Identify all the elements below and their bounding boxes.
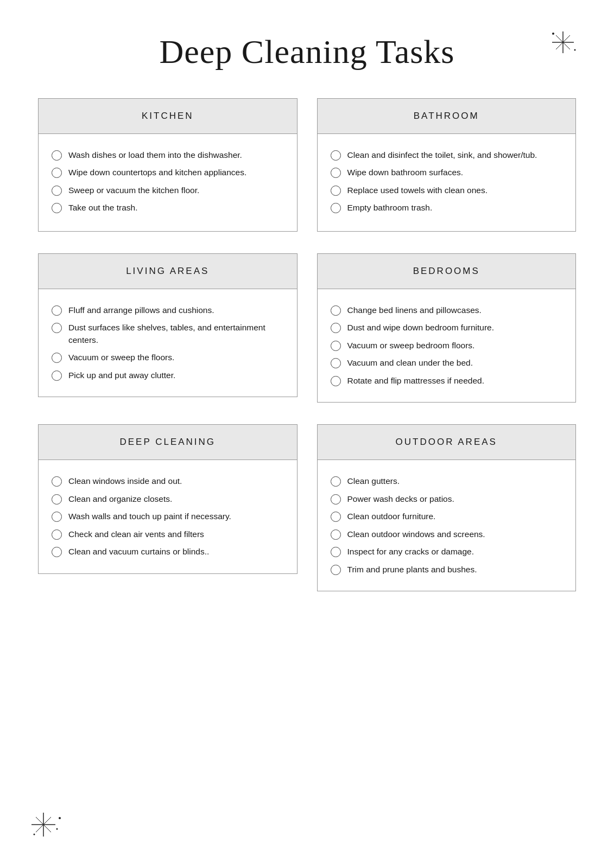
task-checkbox[interactable]	[52, 323, 62, 333]
task-item[interactable]: Empty bathroom trash.	[331, 202, 561, 214]
task-checkbox[interactable]	[331, 529, 341, 540]
task-checkbox[interactable]	[331, 323, 341, 333]
task-item[interactable]: Clean gutters.	[331, 475, 561, 487]
task-item[interactable]: Clean outdoor furniture.	[331, 510, 561, 522]
task-text: Clean outdoor furniture.	[347, 510, 561, 522]
task-checkbox[interactable]	[331, 376, 341, 386]
task-text: Inspect for any cracks or damage.	[347, 546, 561, 558]
sparkle-bottom-left-icon	[30, 808, 65, 838]
page-title: Deep Cleaning Tasks	[38, 33, 576, 71]
task-item[interactable]: Power wash decks or patios.	[331, 493, 561, 505]
task-text: Vacuum and clean under the bed.	[347, 357, 561, 369]
task-checkbox[interactable]	[52, 494, 62, 505]
section-header-living-areas: LIVING AREAS	[38, 253, 297, 289]
task-item[interactable]: Wipe down bathroom surfaces.	[331, 167, 561, 178]
task-text: Vacuum or sweep bedroom floors.	[347, 340, 561, 352]
task-item[interactable]: Clean windows inside and out.	[52, 475, 282, 487]
task-checkbox[interactable]	[52, 203, 62, 213]
task-checkbox[interactable]	[52, 168, 62, 178]
task-text: Power wash decks or patios.	[347, 493, 561, 505]
task-checkbox[interactable]	[331, 305, 341, 316]
task-checkbox[interactable]	[52, 512, 62, 522]
task-checkbox[interactable]	[331, 565, 341, 575]
section-body-bathroom: Clean and disinfect the toilet, sink, an…	[317, 134, 577, 232]
task-item[interactable]: Wash dishes or load them into the dishwa…	[52, 149, 282, 161]
task-item[interactable]: Vacuum and clean under the bed.	[331, 357, 561, 369]
task-item[interactable]: Clean outdoor windows and screens.	[331, 528, 561, 540]
task-item[interactable]: Clean and disinfect the toilet, sink, an…	[331, 149, 561, 161]
task-text: Clean gutters.	[347, 475, 561, 487]
task-text: Pick up and put away clutter.	[68, 369, 282, 381]
section-body-bedrooms: Change bed linens and pillowcases.Dust a…	[317, 289, 577, 403]
task-item[interactable]: Dust and wipe down bedroom furniture.	[331, 322, 561, 334]
svg-point-10	[59, 817, 61, 819]
task-checkbox[interactable]	[331, 512, 341, 522]
svg-point-11	[56, 828, 58, 830]
task-checkbox[interactable]	[331, 494, 341, 505]
task-text: Wash dishes or load them into the dishwa…	[68, 149, 282, 161]
task-item[interactable]: Inspect for any cracks or damage.	[331, 546, 561, 558]
task-text: Replace used towels with clean ones.	[347, 184, 561, 196]
section-header-bedrooms: BEDROOMS	[317, 253, 577, 289]
sparkle-top-right-icon	[548, 27, 580, 57]
task-checkbox[interactable]	[331, 203, 341, 213]
task-item[interactable]: Sweep or vacuum the kitchen floor.	[52, 184, 282, 196]
task-item[interactable]: Vacuum or sweep the floors.	[52, 352, 282, 363]
task-item[interactable]: Replace used towels with clean ones.	[331, 184, 561, 196]
task-item[interactable]: Rotate and flip mattresses if needed.	[331, 375, 561, 387]
section-body-deep-cleaning: Clean windows inside and out.Clean and o…	[38, 460, 297, 573]
task-item[interactable]: Check and clean air vents and filters	[52, 528, 282, 540]
section-body-living-areas: Fluff and arrange pillows and cushions.D…	[38, 289, 297, 397]
task-item[interactable]: Pick up and put away clutter.	[52, 369, 282, 381]
section-outdoor-areas: OUTDOOR AREASClean gutters.Power wash de…	[317, 424, 577, 591]
task-item[interactable]: Wipe down countertops and kitchen applia…	[52, 167, 282, 178]
section-header-deep-cleaning: DEEP CLEANING	[38, 424, 297, 460]
task-checkbox[interactable]	[331, 186, 341, 196]
section-kitchen: KITCHENWash dishes or load them into the…	[38, 98, 297, 232]
task-item[interactable]: Dust surfaces like shelves, tables, and …	[52, 322, 282, 346]
task-checkbox[interactable]	[52, 371, 62, 381]
task-checkbox[interactable]	[331, 168, 341, 178]
task-item[interactable]: Wash walls and touch up paint if necessa…	[52, 510, 282, 522]
task-text: Sweep or vacuum the kitchen floor.	[68, 184, 282, 196]
task-item[interactable]: Change bed linens and pillowcases.	[331, 304, 561, 316]
section-body-outdoor-areas: Clean gutters.Power wash decks or patios…	[317, 460, 577, 591]
task-text: Dust surfaces like shelves, tables, and …	[68, 322, 282, 346]
task-checkbox[interactable]	[52, 150, 62, 161]
task-item[interactable]: Take out the trash.	[52, 202, 282, 214]
task-checkbox[interactable]	[331, 150, 341, 161]
svg-point-4	[552, 33, 554, 35]
task-text: Clean and vacuum curtains or blinds..	[68, 546, 282, 558]
task-text: Clean windows inside and out.	[68, 475, 282, 487]
task-item[interactable]: Trim and prune plants and bushes.	[331, 564, 561, 576]
task-item[interactable]: Clean and vacuum curtains or blinds..	[52, 546, 282, 558]
task-text: Rotate and flip mattresses if needed.	[347, 375, 561, 387]
task-checkbox[interactable]	[52, 547, 62, 557]
section-header-bathroom: BATHROOM	[317, 98, 577, 134]
task-checkbox[interactable]	[331, 476, 341, 487]
task-checkbox[interactable]	[52, 186, 62, 196]
task-text: Take out the trash.	[68, 202, 282, 214]
task-text: Wash walls and touch up paint if necessa…	[68, 510, 282, 522]
task-text: Vacuum or sweep the floors.	[68, 352, 282, 363]
task-checkbox[interactable]	[52, 476, 62, 487]
task-checkbox[interactable]	[331, 341, 341, 351]
task-text: Clean and disinfect the toilet, sink, an…	[347, 149, 561, 161]
task-text: Change bed linens and pillowcases.	[347, 304, 561, 316]
task-checkbox[interactable]	[52, 529, 62, 540]
task-checkbox[interactable]	[52, 305, 62, 316]
section-header-outdoor-areas: OUTDOOR AREAS	[317, 424, 577, 460]
section-deep-cleaning: DEEP CLEANINGClean windows inside and ou…	[38, 424, 297, 591]
svg-point-5	[574, 49, 576, 51]
task-item[interactable]: Fluff and arrange pillows and cushions.	[52, 304, 282, 316]
task-item[interactable]: Clean and organize closets.	[52, 493, 282, 505]
section-bathroom: BATHROOMClean and disinfect the toilet, …	[317, 98, 577, 232]
task-item[interactable]: Vacuum or sweep bedroom floors.	[331, 340, 561, 352]
task-checkbox[interactable]	[331, 547, 341, 557]
task-text: Wipe down countertops and kitchen applia…	[68, 167, 282, 178]
task-text: Clean outdoor windows and screens.	[347, 528, 561, 540]
task-text: Clean and organize closets.	[68, 493, 282, 505]
task-checkbox[interactable]	[331, 358, 341, 368]
task-checkbox[interactable]	[52, 353, 62, 363]
sections-grid: KITCHENWash dishes or load them into the…	[38, 98, 576, 591]
